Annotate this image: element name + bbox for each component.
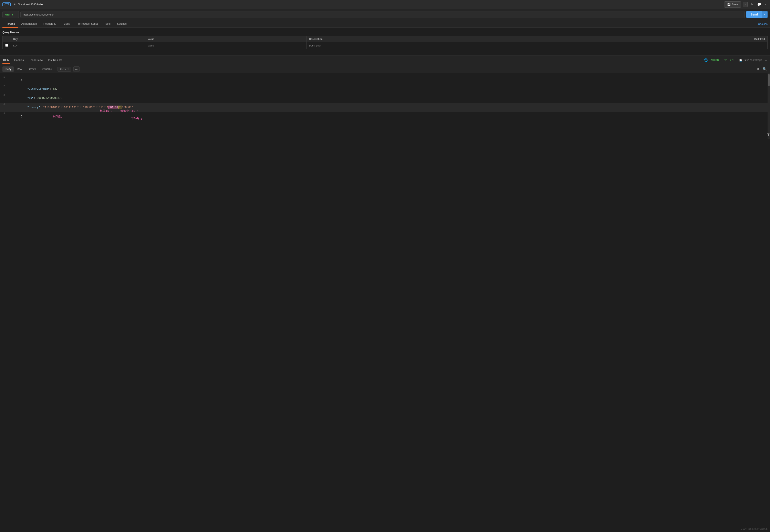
- machine-id-label: 机器ID 3: [100, 109, 113, 113]
- scrollbar-thumb: [768, 74, 770, 86]
- timestamp-highlight: 001101: [108, 106, 118, 109]
- tab-params[interactable]: Params: [2, 20, 18, 28]
- code-line-5: 5 }: [0, 112, 770, 121]
- datacenter-annotation: 数据中心ID 1: [120, 109, 139, 113]
- machine-highlight: 01: [118, 106, 122, 109]
- tab-headers[interactable]: Headers (7): [40, 20, 61, 28]
- row-checkbox[interactable]: [5, 44, 8, 47]
- machine-id-annotation: 机器ID 3: [100, 109, 113, 113]
- top-url-display: http://localhost:8080/hello: [13, 3, 722, 6]
- pencil-icon: ✎: [750, 3, 753, 6]
- save-disk-icon: 💾: [727, 3, 731, 6]
- bulk-edit-area: ··· Bulk Edit: [751, 38, 765, 41]
- vertical-scrollbar[interactable]: [768, 73, 770, 139]
- resp-tab-headers[interactable]: Headers (5): [28, 57, 44, 64]
- method-chevron-icon: ▾: [12, 13, 13, 16]
- response-size: 270 B: [730, 59, 736, 62]
- request-tabs: Params Authorization Headers (7) Body Pr…: [0, 20, 770, 28]
- query-params-table: Key Value Description ··· Bulk Edit: [2, 36, 768, 49]
- method-selector[interactable]: GET ▾: [2, 11, 19, 18]
- key-cell[interactable]: Key: [11, 42, 145, 49]
- checkbox-col-header: [3, 36, 11, 42]
- line-number-3: 3: [0, 94, 8, 97]
- format-tab-preview[interactable]: Preview: [25, 66, 39, 72]
- line-number-4: 4: [0, 103, 8, 106]
- method-label: GET: [5, 13, 11, 16]
- save-icon: 💾: [739, 59, 742, 62]
- cookies-link[interactable]: Cookies: [758, 20, 768, 28]
- url-input[interactable]: [20, 11, 745, 18]
- response-format-tabs: Pretty Raw Preview Visualize JSON ▾ ⇌ ⧉ …: [0, 65, 770, 73]
- bulk-edit-label[interactable]: Bulk Edit: [754, 38, 765, 41]
- code-line-1: 1 {: [0, 75, 770, 84]
- json-format-selector[interactable]: JSON ▾: [57, 67, 71, 72]
- save-button[interactable]: 💾 Save: [724, 1, 741, 8]
- tab-body[interactable]: Body: [61, 20, 73, 28]
- code-line-4: 4 "Binary": "110001011101101111010101110…: [0, 103, 770, 112]
- save-example-label: Save as example: [744, 59, 762, 62]
- description-cell[interactable]: Description: [306, 42, 767, 49]
- send-button[interactable]: Send: [746, 11, 762, 18]
- http-badge: HTTP: [2, 2, 11, 6]
- wrap-lines-icon: ⇌: [75, 67, 78, 71]
- line-content-1: {: [8, 75, 770, 84]
- value-col-header: Value: [145, 36, 306, 42]
- format-tab-raw[interactable]: Raw: [14, 66, 24, 72]
- code-line-3: 3 "ID": 6961535199703872,: [0, 94, 770, 103]
- line-number-1: 1: [0, 75, 8, 78]
- top-bar: HTTP http://localhost:8080/hello 💾 Save …: [0, 0, 770, 9]
- chevron-down-icon: ▾: [67, 68, 69, 71]
- save-dropdown-button[interactable]: ▾: [743, 2, 748, 7]
- tab-tests[interactable]: Tests: [101, 20, 114, 28]
- line-number-2: 2: [0, 84, 8, 88]
- more-options-button[interactable]: ···: [765, 58, 768, 62]
- edit-icon-button[interactable]: ✎: [749, 1, 754, 8]
- resp-tab-body[interactable]: Body: [2, 57, 10, 64]
- timestamp-line: [57, 119, 57, 123]
- url-bar: GET ▾ Send ▾: [0, 9, 770, 20]
- resp-tab-cookies[interactable]: Cookies: [13, 57, 25, 64]
- key-col-header: Key: [11, 36, 145, 42]
- format-tab-visualize[interactable]: Visualize: [40, 66, 54, 72]
- row-checkbox-cell[interactable]: [3, 42, 11, 49]
- resp-tab-test-results[interactable]: Test Results: [47, 57, 63, 64]
- description-col-header: Description ··· Bulk Edit: [306, 36, 767, 42]
- response-meta: 🌐 200 OK 5 ms 270 B 💾 Save as example ··…: [704, 58, 768, 62]
- search-response-button[interactable]: 🔍: [762, 66, 768, 72]
- response-tabs-bar: Body Cookies Headers (5) Test Results 🌐 …: [0, 55, 770, 65]
- sequence-label: 序列号 0: [130, 117, 142, 121]
- more-options-icon: ···: [751, 38, 753, 41]
- line-content-5: }: [8, 112, 770, 121]
- table-row: Key Value Description: [3, 42, 768, 49]
- response-time: 5 ms: [722, 59, 727, 62]
- sequence-annotation: 序列号 0: [130, 117, 142, 121]
- line-content-2: "BinaryLength": 53,: [8, 84, 770, 94]
- timestamp-annotation: 时间戳: [53, 115, 62, 123]
- status-code: 200 OK: [711, 59, 719, 62]
- t-cursor: T: [767, 133, 770, 137]
- copy-response-button[interactable]: ⧉: [756, 66, 760, 72]
- watermark: CSDN @Stack 后来者居上: [741, 527, 768, 530]
- response-body-actions: ⧉ 🔍: [756, 66, 768, 72]
- word-wrap-button[interactable]: ⇌: [73, 66, 79, 72]
- value-cell[interactable]: Value: [145, 42, 306, 49]
- code-line-2: 2 "BinaryLength": 53,: [0, 84, 770, 94]
- line-number-5: 5: [0, 112, 8, 115]
- tab-authorization[interactable]: Authorization: [18, 20, 40, 28]
- tab-settings[interactable]: Settings: [114, 20, 130, 28]
- annotations-area: 时间戳 机器ID 3 数据中心ID 1 序列号 0: [0, 121, 770, 137]
- send-button-group: Send ▾: [746, 11, 768, 18]
- expand-icon-button[interactable]: ‹: [764, 1, 768, 8]
- timestamp-label: 时间戳: [53, 115, 62, 119]
- chevron-left-icon: ‹: [765, 3, 766, 6]
- comment-icon-button[interactable]: 💬: [756, 1, 762, 8]
- tab-prerequest[interactable]: Pre-request Script: [73, 20, 101, 28]
- send-dropdown-button[interactable]: ▾: [762, 11, 768, 18]
- response-code-view: 1 { 2 "BinaryLength": 53, 3 "ID": 696153…: [0, 73, 770, 139]
- datacenter-label: 数据中心ID 1: [120, 109, 139, 113]
- format-tab-pretty[interactable]: Pretty: [2, 66, 14, 72]
- save-as-example-button[interactable]: 💾 Save as example: [739, 59, 762, 62]
- response-area: Body Cookies Headers (5) Test Results 🌐 …: [0, 55, 770, 139]
- top-bar-actions: 💾 Save ▾ ✎ 💬 ‹: [724, 1, 768, 8]
- line-content-3: "ID": 6961535199703872,: [8, 94, 770, 103]
